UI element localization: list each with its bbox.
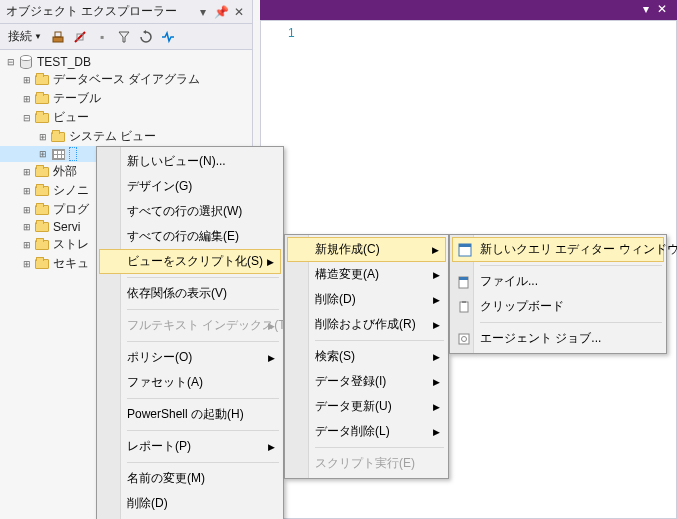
refresh-icon[interactable] <box>136 27 156 47</box>
dropdown-icon[interactable]: ▾ <box>196 5 210 19</box>
submenu-arrow-icon: ▶ <box>433 402 440 412</box>
filter-icon[interactable] <box>114 27 134 47</box>
folder-icon <box>50 130 66 144</box>
menu-new-query-window[interactable]: 新しいクエリ エディター ウィンドウ <box>452 237 664 262</box>
menu-label: ファイル... <box>480 273 538 290</box>
tree-node-database[interactable]: ⊟ TEST_DB <box>0 54 252 70</box>
menu-script-view[interactable]: ビューをスクリプト化(S)▶ <box>99 249 281 274</box>
expand-icon[interactable]: ⊞ <box>20 92 34 106</box>
tree-label: シノニ <box>53 182 89 199</box>
menu-select-to[interactable]: 検索(S)▶ <box>287 344 446 369</box>
menu-separator <box>315 447 444 448</box>
close-icon[interactable]: ✕ <box>232 5 246 19</box>
collapse-icon[interactable]: ⊟ <box>20 111 34 125</box>
menu-file[interactable]: ファイル... <box>452 269 664 294</box>
expand-icon[interactable]: ⊞ <box>20 203 34 217</box>
tree-node-tables[interactable]: ⊞ テーブル <box>0 89 252 108</box>
menu-label: デザイン(G) <box>127 178 192 195</box>
menu-view-dependencies[interactable]: 依存関係の表示(V) <box>99 281 281 306</box>
menu-separator <box>127 398 279 399</box>
menu-update-to[interactable]: データ更新(U)▶ <box>287 394 446 419</box>
folder-icon <box>34 92 50 106</box>
menu-facets[interactable]: ファセット(A) <box>99 370 281 395</box>
tab-controls: ▾ ✕ <box>643 2 667 16</box>
view-icon <box>50 147 66 161</box>
tree-label: データベース ダイアグラム <box>53 71 200 88</box>
menu-policies[interactable]: ポリシー(O)▶ <box>99 345 281 370</box>
tree-label: セキュ <box>53 255 89 272</box>
menu-design[interactable]: デザイン(G) <box>99 174 281 199</box>
menu-separator <box>127 277 279 278</box>
submenu-arrow-icon: ▶ <box>432 245 439 255</box>
tree-node-system-views[interactable]: ⊞ システム ビュー <box>0 127 252 146</box>
menu-separator <box>127 309 279 310</box>
menu-label: データ登録(I) <box>315 373 386 390</box>
expand-icon[interactable]: ⊞ <box>20 73 34 87</box>
connect-button[interactable]: 接続 ▼ <box>4 26 46 47</box>
connect-label: 接続 <box>8 28 32 45</box>
menu-new-view[interactable]: 新しいビュー(N)... <box>99 149 281 174</box>
submenu-arrow-icon: ▶ <box>433 377 440 387</box>
tree-node-diagrams[interactable]: ⊞ データベース ダイアグラム <box>0 70 252 89</box>
menu-agent-job[interactable]: エージェント ジョブ... <box>452 326 664 351</box>
connect-obj-icon[interactable] <box>48 27 68 47</box>
svg-rect-0 <box>53 37 63 42</box>
folder-icon <box>34 184 50 198</box>
expand-icon[interactable]: ⊞ <box>20 238 34 252</box>
menu-start-powershell[interactable]: PowerShell の起動(H) <box>99 402 281 427</box>
tab-close-icon[interactable]: ✕ <box>657 2 667 16</box>
disconnect-icon[interactable] <box>70 27 90 47</box>
activity-icon[interactable] <box>158 27 178 47</box>
folder-icon <box>34 257 50 271</box>
menu-rename[interactable]: 名前の変更(M) <box>99 466 281 491</box>
submenu-arrow-icon: ▶ <box>268 353 275 363</box>
expand-icon[interactable]: ⊞ <box>36 130 50 144</box>
menu-separator <box>127 341 279 342</box>
stop-icon[interactable]: ▪ <box>92 27 112 47</box>
menu-execute-to: スクリプト実行(E) <box>287 451 446 476</box>
menu-clipboard[interactable]: クリップボード <box>452 294 664 319</box>
tree-label: Servi <box>53 220 80 234</box>
chevron-down-icon: ▼ <box>34 32 42 41</box>
expand-icon[interactable]: ⊞ <box>36 147 50 161</box>
menu-label: エージェント ジョブ... <box>480 330 601 347</box>
expand-icon[interactable]: ⊞ <box>20 220 34 234</box>
menu-label: クリップボード <box>480 298 564 315</box>
folder-icon <box>34 73 50 87</box>
tree-label: TEST_DB <box>37 55 91 69</box>
expand-icon[interactable]: ⊞ <box>20 184 34 198</box>
menu-reports[interactable]: レポート(P)▶ <box>99 434 281 459</box>
menu-drop-to[interactable]: 削除(D)▶ <box>287 287 446 312</box>
expand-icon[interactable]: ⊞ <box>20 257 34 271</box>
menu-label: ビューをスクリプト化(S) <box>127 253 263 270</box>
submenu-arrow-icon: ▶ <box>433 427 440 437</box>
agent-job-icon <box>456 331 472 347</box>
expand-icon[interactable]: ⊞ <box>20 165 34 179</box>
menu-create-to[interactable]: 新規作成(C)▶ <box>287 237 446 262</box>
menu-separator <box>127 430 279 431</box>
tab-dropdown-icon[interactable]: ▾ <box>643 2 649 16</box>
context-menu-main: 新しいビュー(N)... デザイン(G) すべての行の選択(W) すべての行の編… <box>96 146 284 519</box>
menu-label: 削除(D) <box>127 495 168 512</box>
tree-node-views[interactable]: ⊟ ビュー <box>0 108 252 127</box>
menu-label: 新しいクエリ エディター ウィンドウ <box>480 241 677 258</box>
menu-insert-to[interactable]: データ登録(I)▶ <box>287 369 446 394</box>
menu-label: スクリプト実行(E) <box>315 455 415 472</box>
menu-label: 名前の変更(M) <box>127 470 205 487</box>
menu-alter-to[interactable]: 構造変更(A)▶ <box>287 262 446 287</box>
menu-delete[interactable]: 削除(D) <box>99 491 281 516</box>
svg-rect-9 <box>462 301 466 303</box>
database-icon <box>18 55 34 69</box>
submenu-arrow-icon: ▶ <box>433 320 440 330</box>
menu-drop-create-to[interactable]: 削除および作成(R)▶ <box>287 312 446 337</box>
tree-label <box>69 147 77 161</box>
menu-edit-all-rows[interactable]: すべての行の編集(E) <box>99 224 281 249</box>
collapse-icon[interactable]: ⊟ <box>4 55 18 69</box>
menu-label: 削除および作成(R) <box>315 316 416 333</box>
menu-delete-to[interactable]: データ削除(L)▶ <box>287 419 446 444</box>
pin-icon[interactable]: 📌 <box>214 5 228 19</box>
menu-label: フルテキスト インデックス(T) <box>127 317 290 334</box>
submenu-arrow-icon: ▶ <box>433 352 440 362</box>
menu-select-all-rows[interactable]: すべての行の選択(W) <box>99 199 281 224</box>
folder-icon <box>34 165 50 179</box>
